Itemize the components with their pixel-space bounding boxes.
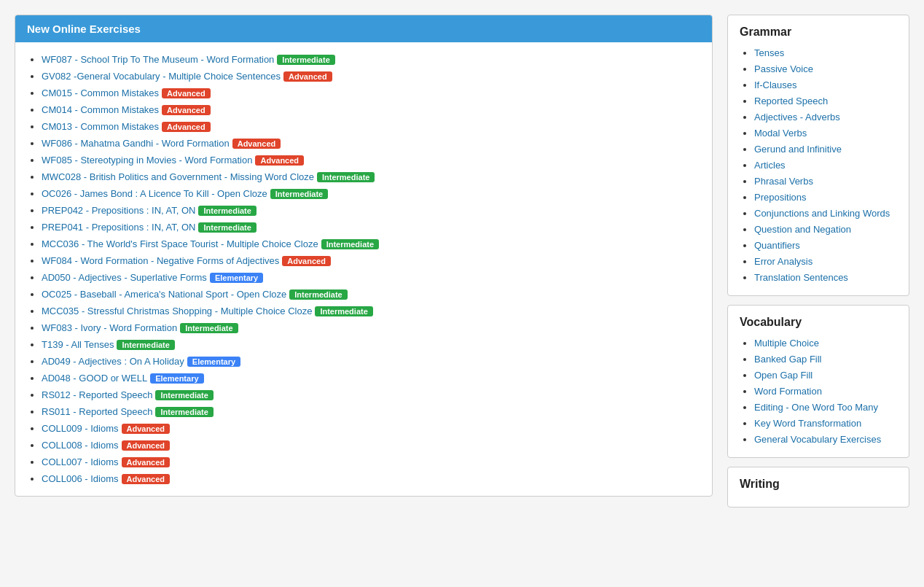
sidebar-vocabulary-link[interactable]: Word Formation [754, 386, 822, 397]
list-item: AD050 - Adjectives - Superlative FormsEl… [42, 269, 700, 286]
sidebar-grammar-link[interactable]: Reported Speech [754, 96, 828, 106]
list-item: RS012 - Reported SpeechIntermediate [42, 386, 700, 403]
sidebar-vocabulary-link[interactable]: Multiple Choice [754, 338, 819, 349]
exercise-link[interactable]: AD050 - Adjectives - Superlative Forms [42, 272, 207, 283]
grammar-title: Grammar [740, 26, 897, 39]
writing-title: Writing [740, 478, 897, 491]
exercise-link[interactable]: MCC035 - Stressful Christmas Shopping - … [42, 306, 312, 316]
list-item: CM015 - Common MistakesAdvanced [42, 85, 700, 101]
exercise-link[interactable]: COLL008 - Idioms [42, 440, 119, 451]
vocabulary-section: Vocabulary Multiple ChoiceBanked Gap Fil… [727, 305, 909, 458]
sidebar-grammar-item: If-Clauses [754, 77, 897, 93]
sidebar-grammar-link[interactable]: Tenses [754, 47, 784, 58]
level-badge: Elementary [150, 373, 203, 384]
exercises-header: New Online Exercises [15, 15, 712, 42]
exercises-list: WF087 - School Trip To The Museum - Word… [15, 42, 712, 496]
exercise-link[interactable]: CM015 - Common Mistakes [42, 88, 159, 98]
sidebar-grammar-item: Modal Verbs [754, 125, 897, 141]
exercise-link[interactable]: PREP042 - Prepositions : IN, AT, ON [42, 205, 195, 216]
list-item: RS011 - Reported SpeechIntermediate [42, 403, 700, 420]
exercise-link[interactable]: COLL007 - Idioms [42, 456, 119, 467]
exercise-link[interactable]: MCC036 - The World's First Space Tourist… [42, 238, 318, 249]
list-item: PREP042 - Prepositions : IN, AT, ONInter… [42, 202, 700, 219]
exercise-link[interactable]: WF084 - Word Formation - Negative Forms … [42, 255, 279, 266]
level-badge: Advanced [122, 457, 171, 467]
level-badge: Advanced [162, 105, 211, 115]
sidebar-grammar-item: Translation Sentences [754, 269, 897, 285]
exercise-link[interactable]: PREP041 - Prepositions : IN, AT, ON [42, 222, 195, 233]
list-item: OC025 - Baseball - America's National Sp… [42, 286, 700, 303]
exercises-box: New Online Exercises WF087 - School Trip… [15, 15, 713, 497]
list-item: OC026 - James Bond : A Licence To Kill -… [42, 185, 700, 202]
sidebar-grammar-link[interactable]: Adjectives - Adverbs [754, 112, 840, 123]
sidebar-grammar-link[interactable]: Question and Negation [754, 224, 851, 235]
sidebar-grammar-item: Question and Negation [754, 221, 897, 237]
level-badge: Intermediate [321, 239, 379, 249]
exercise-link[interactable]: AD049 - Adjectives : On A Holiday [42, 356, 184, 367]
sidebar-grammar-link[interactable]: Articles [754, 160, 786, 171]
sidebar-grammar-item: Error Analysis [754, 253, 897, 269]
sidebar-vocabulary-item: Key Word Transformation [754, 415, 897, 431]
exercise-link[interactable]: WF086 - Mahatma Gandhi - Word Formation [42, 138, 230, 149]
sidebar-vocabulary-link[interactable]: Open Gap Fill [754, 370, 813, 381]
exercise-link[interactable]: OC026 - James Bond : A Licence To Kill -… [42, 188, 267, 199]
sidebar-grammar-item: Gerund and Infinitive [754, 141, 897, 157]
sidebar-grammar-link[interactable]: If-Clauses [754, 79, 797, 90]
list-item: WF083 - Ivory - Word FormationIntermedia… [42, 319, 700, 336]
sidebar-grammar-item: Adjectives - Adverbs [754, 109, 897, 125]
level-badge: Advanced [255, 155, 304, 166]
level-badge: Advanced [122, 424, 171, 434]
sidebar-vocabulary-link[interactable]: Key Word Transformation [754, 418, 861, 429]
sidebar-grammar-link[interactable]: Translation Sentences [754, 272, 848, 283]
level-badge: Advanced [282, 256, 331, 266]
list-item: AD049 - Adjectives : On A HolidayElement… [42, 353, 700, 370]
exercise-link[interactable]: OC025 - Baseball - America's National Sp… [42, 289, 286, 300]
sidebar-grammar-link[interactable]: Error Analysis [754, 256, 813, 267]
level-badge: Intermediate [180, 323, 238, 333]
sidebar-vocabulary-link[interactable]: Editing - One Word Too Many [754, 402, 878, 413]
sidebar-grammar-item: Conjunctions and Linking Words [754, 205, 897, 221]
exercise-link[interactable]: COLL006 - Idioms [42, 473, 119, 484]
exercise-link[interactable]: WF087 - School Trip To The Museum - Word… [42, 54, 274, 65]
exercise-link[interactable]: GV082 -General Vocabulary - Multiple Cho… [42, 71, 281, 82]
sidebar-vocabulary-item: Open Gap Fill [754, 367, 897, 383]
vocabulary-title: Vocabulary [740, 316, 897, 329]
exercise-link[interactable]: CM013 - Common Mistakes [42, 121, 159, 132]
sidebar-grammar-item: Passive Voice [754, 61, 897, 77]
sidebar-vocabulary-link[interactable]: Banked Gap Fill [754, 354, 822, 365]
sidebar-vocabulary-item: Banked Gap Fill [754, 351, 897, 367]
list-item: WF087 - School Trip To The Museum - Word… [42, 51, 700, 68]
list-item: PREP041 - Prepositions : IN, AT, ONInter… [42, 219, 700, 236]
level-badge: Advanced [122, 474, 171, 484]
exercise-link[interactable]: AD048 - GOOD or WELL [42, 373, 147, 384]
list-item: T139 - All TensesIntermediate [42, 336, 700, 353]
exercise-link[interactable]: RS011 - Reported Speech [42, 406, 152, 417]
list-item: AD048 - GOOD or WELLElementary [42, 370, 700, 386]
sidebar-grammar-link[interactable]: Prepositions [754, 192, 807, 203]
list-item: WF085 - Stereotyping in Movies - Word Fo… [42, 152, 700, 168]
sidebar: Grammar TensesPassive VoiceIf-ClausesRep… [727, 15, 909, 516]
level-badge: Intermediate [289, 289, 347, 300]
exercise-link[interactable]: WF083 - Ivory - Word Formation [42, 322, 177, 333]
exercise-link[interactable]: MWC028 - British Politics and Government… [42, 171, 314, 182]
sidebar-grammar-link[interactable]: Quantifiers [754, 240, 800, 251]
sidebar-vocabulary-item: General Vocabulary Exercises [754, 431, 897, 447]
exercise-link[interactable]: COLL009 - Idioms [42, 423, 119, 434]
exercise-link[interactable]: T139 - All Tenses [42, 339, 114, 350]
sidebar-grammar-link[interactable]: Conjunctions and Linking Words [754, 208, 890, 219]
level-badge: Intermediate [198, 222, 256, 233]
list-item: MWC028 - British Politics and Government… [42, 168, 700, 185]
list-item: WF084 - Word Formation - Negative Forms … [42, 252, 700, 269]
exercise-link[interactable]: CM014 - Common Mistakes [42, 104, 159, 115]
sidebar-grammar-link[interactable]: Modal Verbs [754, 128, 807, 139]
sidebar-grammar-link[interactable]: Passive Voice [754, 63, 813, 74]
sidebar-vocabulary-link[interactable]: General Vocabulary Exercises [754, 434, 881, 445]
exercise-link[interactable]: WF085 - Stereotyping in Movies - Word Fo… [42, 155, 252, 166]
sidebar-grammar-link[interactable]: Gerund and Infinitive [754, 144, 842, 155]
grammar-list: TensesPassive VoiceIf-ClausesReported Sp… [740, 44, 897, 285]
list-item: COLL008 - IdiomsAdvanced [42, 437, 700, 454]
exercise-link[interactable]: RS012 - Reported Speech [42, 389, 152, 400]
sidebar-grammar-link[interactable]: Phrasal Verbs [754, 176, 813, 187]
sidebar-grammar-item: Phrasal Verbs [754, 173, 897, 189]
level-badge: Intermediate [315, 306, 372, 316]
